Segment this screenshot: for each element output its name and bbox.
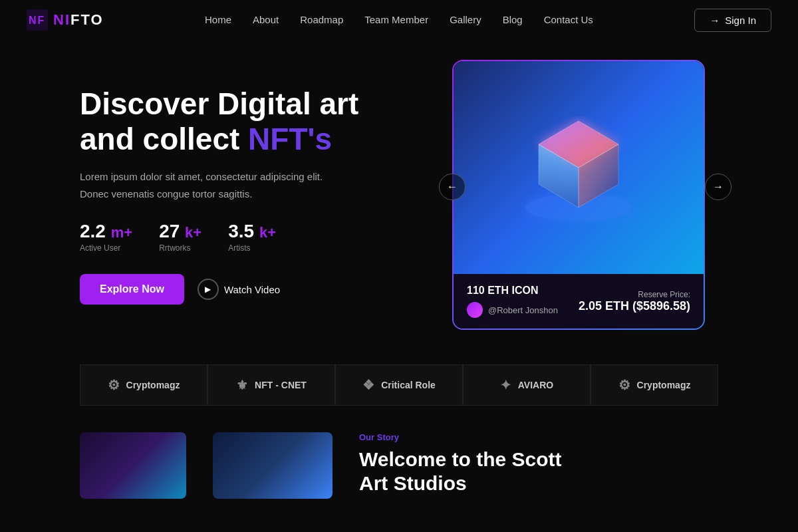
bottom-story: Our Story Welcome to the Scott Art Studi…	[359, 432, 718, 495]
navbar: NF NIFTO Home About Roadmap Team Member …	[0, 0, 798, 40]
bottom-section: Our Story Welcome to the Scott Art Studi…	[0, 419, 798, 499]
logo-icon: NF	[27, 9, 48, 31]
nav-about[interactable]: About	[253, 14, 279, 25]
signin-arrow-icon: →	[710, 15, 720, 26]
hero-left: Discover Digital art and collect NFT's L…	[80, 86, 452, 305]
nft-image	[454, 61, 704, 274]
bottom-art-center	[213, 432, 332, 499]
hero-right: ←	[452, 60, 718, 331]
partner-logo-4: ✦	[500, 377, 511, 393]
stat-unit-artists: k+	[259, 224, 276, 241]
partner-logo-3: ❖	[362, 377, 374, 393]
nft-card: 110 ETH ICON @Robert Jonshon Reserve Pri…	[454, 61, 704, 329]
story-title-line1: Welcome to the Scott	[359, 448, 561, 470]
partner-name-3: Critical Role	[381, 380, 436, 390]
nft-price: 2.05 ETH ($5896.58)	[579, 299, 690, 313]
story-title-line2: Art Studios	[359, 472, 467, 494]
story-title: Welcome to the Scott Art Studios	[359, 448, 718, 495]
nft-username: @Robert Jonshon	[488, 305, 558, 315]
nav-gallery[interactable]: Gallery	[450, 14, 481, 25]
bottom-art-left	[80, 432, 186, 499]
nft-card-info: 110 ETH ICON @Robert Jonshon Reserve Pri…	[454, 274, 704, 329]
nft-card-container: 110 ETH ICON @Robert Jonshon Reserve Pri…	[452, 60, 705, 330]
partner-name-4: AVIARO	[518, 380, 553, 390]
partners-section: ⚙ Cryptomagz ⚜ NFT - CNET ❖ Critical Rol…	[0, 344, 798, 419]
stat-label-artists: Artists	[228, 243, 276, 253]
nft-title-col: 110 ETH ICON @Robert Jonshon	[467, 285, 558, 318]
stats-section: 2.2 m+ Active User 27 k+ Rrtworks 3.5 k+…	[80, 221, 426, 253]
nft-artwork	[499, 88, 658, 247]
nft-user: @Robert Jonshon	[467, 302, 558, 318]
stat-artworks: 27 k+ Rrtworks	[159, 221, 201, 253]
play-icon: ▶	[198, 279, 219, 300]
partner-critical-role[interactable]: ❖ Critical Role	[335, 364, 463, 406]
partner-aviaro[interactable]: ✦ AVIARO	[463, 364, 591, 406]
nav-team[interactable]: Team Member	[364, 14, 428, 25]
partner-cryptomagz-2[interactable]: ⚙ Cryptomagz	[591, 364, 718, 406]
stat-num-users: 2.2	[80, 221, 106, 241]
nft-title: 110 ETH ICON	[467, 285, 558, 297]
stat-unit-users: m+	[111, 224, 132, 241]
nft-avatar	[467, 302, 483, 318]
partner-name-2: NFT - CNET	[255, 380, 307, 390]
logo[interactable]: NF NIFTO	[27, 9, 104, 31]
stat-artists: 3.5 k+ Artists	[228, 221, 276, 253]
hero-actions: Explore Now ▶ Watch Video	[80, 274, 426, 305]
hero-section: Discover Digital art and collect NFT's L…	[0, 40, 798, 344]
nav-links: Home About Roadmap Team Member Gallery B…	[205, 14, 593, 26]
hero-desc-line1: Lorem ipsum dolor sit amet, consectetur …	[80, 171, 323, 182]
explore-now-button[interactable]: Explore Now	[80, 274, 184, 305]
nav-contact[interactable]: Contact Us	[544, 14, 593, 25]
carousel-right-button[interactable]: →	[705, 174, 732, 200]
right-arrow-icon: →	[713, 181, 724, 193]
hero-title-highlight: NFT's	[248, 122, 332, 156]
partner-cryptomagz-1[interactable]: ⚙ Cryptomagz	[80, 364, 207, 406]
partner-logo-5: ⚙	[618, 377, 630, 393]
left-arrow-icon: ←	[447, 181, 458, 193]
partner-logo-2: ⚜	[236, 377, 248, 393]
our-story-label: Our Story	[359, 432, 718, 442]
hero-title: Discover Digital art and collect NFT's	[80, 86, 426, 157]
partner-name-1: Cryptomagz	[126, 380, 180, 390]
stat-num-artworks: 27	[159, 221, 180, 241]
nav-blog[interactable]: Blog	[503, 14, 523, 25]
nft-reserve-label: Reserve Price:	[579, 290, 690, 299]
stat-num-artists: 3.5	[228, 221, 254, 241]
partner-logo-1: ⚙	[108, 377, 120, 393]
hero-description: Lorem ipsum dolor sit amet, consectetur …	[80, 168, 426, 202]
nav-roadmap[interactable]: Roadmap	[300, 14, 343, 25]
partner-nft-cnet[interactable]: ⚜ NFT - CNET	[207, 364, 335, 406]
svg-text:NF: NF	[29, 15, 45, 26]
stat-label-artworks: Rrtworks	[159, 243, 201, 253]
nav-home[interactable]: Home	[205, 14, 231, 25]
partner-name-5: Cryptomagz	[637, 380, 691, 390]
signin-label: Sign In	[725, 15, 756, 26]
hero-desc-line2: Donec venenatis congue tortor sagittis.	[80, 188, 252, 200]
hero-title-part2: and collect	[80, 122, 248, 156]
nft-price-col: Reserve Price: 2.05 ETH ($5896.58)	[579, 290, 690, 313]
watch-label: Watch Video	[224, 284, 280, 295]
stat-unit-artworks: k+	[185, 224, 201, 241]
logo-text: NIFTO	[53, 11, 104, 29]
stat-label-users: Active User	[80, 243, 132, 253]
hero-title-part1: Discover Digital art	[80, 86, 358, 121]
stat-active-user: 2.2 m+ Active User	[80, 221, 132, 253]
watch-video-button[interactable]: ▶ Watch Video	[198, 279, 280, 300]
signin-button[interactable]: → Sign In	[694, 9, 771, 32]
